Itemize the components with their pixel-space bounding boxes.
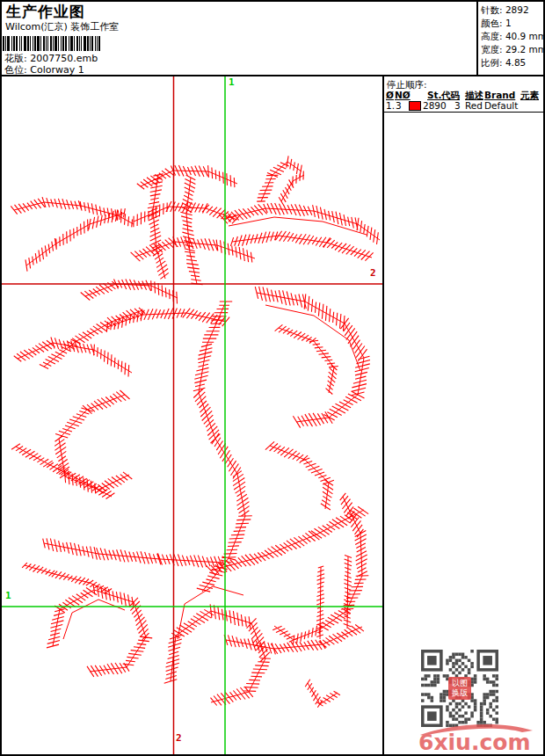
row-brand: Default — [484, 100, 518, 111]
svg-text:以图: 以图 — [452, 679, 468, 687]
design-canvas: 1 1 2 2 — [2, 76, 382, 754]
row-needle: 3 — [396, 100, 402, 111]
width-row: 宽度: 29.2 mm — [481, 43, 542, 56]
svg-text:换版: 换版 — [451, 688, 468, 697]
row-index: 1. — [386, 100, 395, 111]
color-count-row: 颜色: 1 — [481, 17, 542, 30]
design-info-panel: 针数: 2892 颜色: 1 高度: 40.9 mm 宽度: 29.2 mm 比… — [481, 4, 542, 69]
info-box-divider — [476, 2, 478, 75]
col-header-needle-no: NØ — [395, 90, 411, 100]
watermark-text: 6xiu.com — [418, 730, 530, 755]
guide-marker-2-right: 2 — [370, 269, 376, 278]
col-header-stitches: St. — [427, 90, 442, 100]
site-watermark: 6xiu.com — [415, 721, 538, 756]
row-description: Red — [465, 100, 483, 111]
height-row: 高度: 40.9 mm — [481, 30, 542, 43]
guide-marker-2-bottom: 2 — [176, 734, 182, 743]
production-worksheet: 生产作业图 Wilcom(汇京) 装饰工作室 花版: 2007750.emb 色… — [0, 0, 545, 756]
col-header-needle-symbol: Ø — [386, 90, 394, 100]
scale-row: 比例: 4.85 — [481, 56, 542, 69]
col-header-element: 元素 — [520, 90, 539, 102]
thread-color-swatch — [409, 101, 421, 111]
page-title: 生产作业图 — [6, 2, 85, 22]
stitch-count-row: 针数: 2892 — [481, 4, 542, 17]
sidebar-divider — [382, 76, 384, 754]
col-header-brand: Brand — [484, 90, 515, 100]
row-code: 3 — [454, 100, 461, 111]
guide-marker-1-top: 1 — [229, 78, 235, 87]
studio-name: Wilcom(汇京) 装饰工作室 — [5, 20, 119, 33]
guide-marker-1-left: 1 — [5, 592, 11, 600]
qr-code: 以图换版 — [421, 650, 498, 731]
row-stitch-count: 2890 — [423, 100, 447, 111]
table-bottom-rule — [384, 112, 543, 113]
